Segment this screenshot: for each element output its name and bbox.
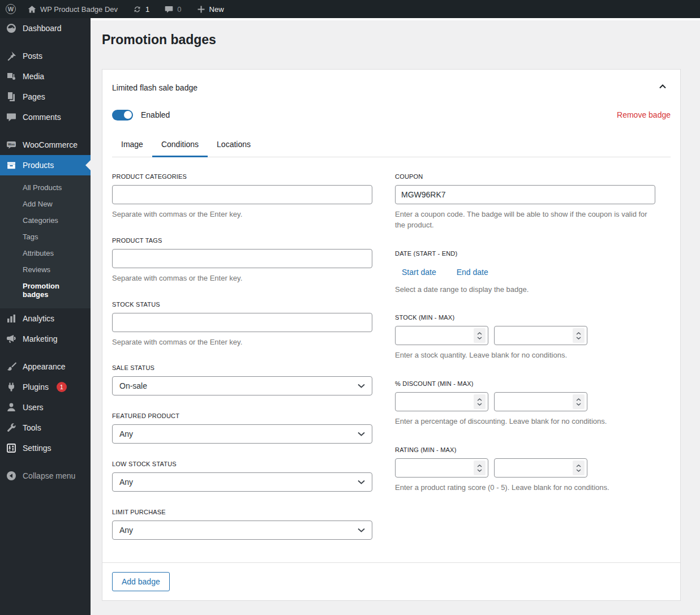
collapse-card-button[interactable]: [655, 79, 671, 96]
submenu-item-tags[interactable]: Tags: [0, 229, 91, 245]
submenu-item-add-new[interactable]: Add New: [0, 196, 91, 212]
main-content: Promotion badges Limited flash sale badg…: [91, 18, 700, 615]
add-badge-button[interactable]: Add badge: [112, 572, 170, 591]
stock-status-help: Separate with commas or the Enter key.: [112, 337, 372, 348]
product-tags-label: PRODUCT TAGS: [112, 237, 372, 244]
settings-sliders-icon: [6, 442, 17, 454]
stock-min-input[interactable]: [397, 328, 474, 343]
product-categories-field: PRODUCT CATEGORIES Separate with commas …: [112, 173, 372, 220]
conditions-right-column: COUPON Enter a coupon code. The badge wi…: [395, 173, 655, 540]
sidebar-item-woocommerce[interactable]: Woo WooCommerce: [0, 135, 91, 155]
stepper-up-icon: [576, 398, 581, 401]
tab-conditions[interactable]: Conditions: [152, 133, 208, 157]
submenu-item-categories[interactable]: Categories: [0, 212, 91, 229]
stock-max-input[interactable]: [496, 328, 573, 343]
pages-icon: [6, 91, 17, 102]
product-tags-input[interactable]: [112, 249, 372, 268]
stock-minmax-label: STOCK (MIN - MAX): [395, 314, 655, 321]
remove-badge-link[interactable]: Remove badge: [617, 110, 671, 119]
badge-card-title: Limited flash sale badge: [112, 79, 197, 92]
tab-image[interactable]: Image: [112, 133, 152, 157]
stock-status-input[interactable]: [112, 313, 372, 332]
discount-min-input[interactable]: [397, 394, 474, 409]
sidebar-item-label: Collapse menu: [23, 471, 75, 480]
start-date-link[interactable]: Start date: [402, 268, 436, 277]
limit-purchase-select[interactable]: Any: [112, 521, 372, 540]
enabled-toggle[interactable]: [112, 110, 133, 121]
sidebar-item-comments[interactable]: Comments: [0, 107, 91, 127]
stock-minmax-help: Enter a stock quantity. Leave blank for …: [395, 350, 655, 361]
low-stock-status-select[interactable]: Any: [112, 472, 372, 492]
megaphone-icon: [6, 333, 17, 345]
sale-status-value: On-sale: [119, 381, 147, 390]
sidebar-item-settings[interactable]: Settings: [0, 438, 91, 458]
plus-icon: [196, 5, 206, 14]
rating-max-stepper[interactable]: [573, 461, 585, 475]
featured-product-select[interactable]: Any: [112, 424, 372, 444]
stock-min-stepper[interactable]: [474, 328, 486, 343]
sidebar-item-analytics[interactable]: Analytics: [0, 308, 91, 329]
comment-count: 0: [177, 5, 181, 14]
collapse-menu-button[interactable]: Collapse menu: [0, 466, 91, 486]
sidebar-item-tools[interactable]: Tools: [0, 418, 91, 438]
rating-max-input[interactable]: [496, 461, 573, 475]
discount-max-stepper[interactable]: [573, 394, 585, 409]
site-name: WP Product Badge Dev: [40, 5, 118, 14]
tab-locations[interactable]: Locations: [208, 133, 260, 157]
site-name-link[interactable]: WP Product Badge Dev: [22, 0, 123, 18]
submenu-item-promotion-badges[interactable]: Promotion badges: [0, 278, 91, 303]
coupon-input[interactable]: [395, 185, 655, 204]
rating-min-stepper[interactable]: [474, 461, 486, 475]
sidebar-item-label: Appearance: [23, 362, 66, 371]
stock-status-label: STOCK STATUS: [112, 301, 372, 308]
product-categories-help: Separate with commas or the Enter key.: [112, 209, 372, 220]
home-icon: [27, 5, 37, 14]
rating-min-input[interactable]: [397, 461, 474, 475]
end-date-link[interactable]: End date: [457, 268, 488, 277]
page-title: Promotion badges: [91, 20, 700, 49]
comments-link[interactable]: 0: [158, 0, 187, 18]
product-categories-input[interactable]: [112, 185, 372, 204]
wordpress-menu[interactable]: W: [0, 0, 22, 18]
sidebar-item-pages[interactable]: Pages: [0, 87, 91, 107]
updates-link[interactable]: 1: [127, 0, 155, 18]
sidebar-item-appearance[interactable]: Appearance: [0, 356, 91, 377]
plugins-update-badge: 1: [57, 382, 67, 392]
submenu-item-all-products[interactable]: All Products: [0, 179, 91, 196]
chevron-up-icon: [658, 82, 667, 91]
stepper-up-icon: [576, 332, 581, 335]
sale-status-select[interactable]: On-sale: [112, 376, 372, 395]
stock-max-stepper[interactable]: [573, 328, 585, 343]
chevron-down-icon: [358, 384, 365, 388]
sidebar-item-marketing[interactable]: Marketing: [0, 329, 91, 349]
submenu-item-reviews[interactable]: Reviews: [0, 261, 91, 278]
stepper-up-icon: [576, 465, 581, 467]
chevron-down-icon: [358, 528, 365, 532]
toggle-knob: [124, 111, 132, 119]
discount-max-input[interactable]: [496, 394, 573, 409]
stepper-down-icon: [576, 469, 581, 472]
comments-icon: [6, 111, 17, 123]
admin-bar: W WP Product Badge Dev 1 0 New: [0, 0, 700, 18]
sidebar-item-users[interactable]: Users: [0, 397, 91, 418]
comment-bubble-icon: [164, 5, 174, 14]
coupon-field: COUPON Enter a coupon code. The badge wi…: [395, 173, 655, 231]
plugin-icon: [6, 381, 17, 393]
stepper-down-icon: [477, 337, 482, 339]
submenu-item-attributes[interactable]: Attributes: [0, 245, 91, 261]
sidebar-item-posts[interactable]: Posts: [0, 46, 91, 66]
stepper-down-icon: [477, 403, 482, 406]
discount-minmax-help: Enter a percentage of discounting. Leave…: [395, 416, 655, 427]
sidebar-item-products[interactable]: Products: [0, 155, 91, 175]
discount-minmax-label: % DISCOUNT (MIN - MAX): [395, 380, 655, 387]
limit-purchase-value: Any: [119, 526, 133, 535]
sidebar-item-label: Comments: [23, 113, 61, 122]
new-content-link[interactable]: New: [191, 0, 230, 18]
discount-min-stepper[interactable]: [474, 394, 486, 409]
wrench-icon: [6, 422, 17, 433]
sidebar-item-plugins[interactable]: Plugins 1: [0, 377, 91, 397]
sidebar-item-media[interactable]: Media: [0, 66, 91, 87]
stepper-up-icon: [477, 465, 482, 467]
stock-minmax-field: STOCK (MIN - MAX): [395, 314, 655, 361]
sidebar-item-dashboard[interactable]: Dashboard: [0, 18, 91, 38]
